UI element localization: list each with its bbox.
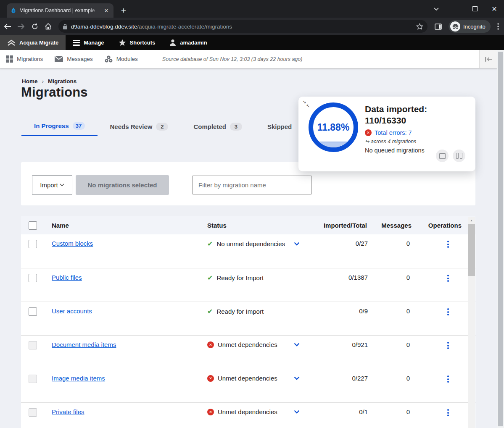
status-expand-chevron-icon[interactable]	[294, 343, 300, 347]
total-errors-link[interactable]: Total errors: 7	[375, 129, 412, 136]
row-operations-menu-icon[interactable]	[446, 408, 450, 417]
toolbar-item-user[interactable]: amadamin	[162, 35, 214, 50]
table-row: Private files✕Unmet dependencies0/10	[21, 402, 475, 428]
row-checkbox	[29, 341, 37, 349]
imported-total-value: 0/1	[305, 408, 368, 415]
imported-total-value: 0/921	[305, 341, 368, 348]
bookmark-star-icon[interactable]	[416, 23, 423, 30]
back-button[interactable]	[2, 19, 13, 34]
tab-count-badge: 3	[230, 123, 242, 131]
tab-count-badge: 2	[156, 123, 168, 131]
queued-migrations-note: No queued migrations	[365, 147, 427, 154]
filter-migrations-input[interactable]	[192, 176, 312, 194]
name-cell: Document media items	[46, 341, 195, 348]
imported-total-value: 0/27	[305, 240, 368, 247]
import-dropdown-button[interactable]: Import	[32, 175, 72, 195]
status-expand-chevron-icon[interactable]	[294, 410, 300, 414]
subbar-item-modules[interactable]: Modules	[99, 55, 144, 63]
status-cell: ✔Ready for Import	[195, 274, 305, 282]
side-panel-icon[interactable]	[433, 19, 444, 34]
home-button[interactable]	[42, 19, 54, 34]
operations-cell	[412, 274, 466, 283]
table-scrollbar-thumb[interactable]	[468, 224, 475, 276]
browser-tab[interactable]: Migrations Dashboard | example ✕	[7, 3, 113, 18]
across-migrations-note: ↪ across 4 migrations	[365, 138, 427, 144]
error-icon: ✕	[365, 129, 372, 136]
messages-count: 0	[368, 341, 412, 348]
subbar-item-label: Modules	[116, 56, 138, 62]
row-checkbox[interactable]	[29, 274, 37, 282]
browser-navbar: d9ama-ddevblog.ddev.site/acquia-migrate-…	[0, 18, 504, 36]
row-operations-menu-icon[interactable]	[446, 341, 450, 350]
row-checkbox[interactable]	[29, 307, 37, 316]
migration-name-link[interactable]: Custom blocks	[52, 240, 93, 247]
status-expand-chevron-icon[interactable]	[294, 376, 300, 380]
tab-completed[interactable]: Completed3	[181, 117, 255, 136]
window-maximize-button[interactable]	[465, 0, 485, 18]
messages-count: 0	[368, 408, 412, 415]
toolbar-item-acquia-migrate[interactable]: Acquia Migrate	[0, 35, 66, 50]
forward-button[interactable]	[15, 19, 27, 34]
reload-button[interactable]	[29, 19, 40, 34]
toolbar-item-label: Shortcuts	[130, 39, 156, 46]
toolbar-collapse-button[interactable]	[479, 50, 497, 68]
subbar-item-migrations[interactable]: Migrations	[0, 55, 49, 63]
migration-name-link[interactable]: User accounts	[52, 307, 92, 315]
page-scrollbar-thumb[interactable]	[498, 52, 503, 426]
tab-in-progress[interactable]: In Progress37	[21, 117, 98, 136]
breadcrumb-home-link[interactable]: Home	[22, 78, 38, 84]
messages-count: 0	[368, 307, 412, 315]
incognito-icon	[450, 21, 460, 32]
window-close-button[interactable]: ✕	[485, 0, 504, 18]
migration-name-link[interactable]: Private files	[52, 408, 84, 415]
status-text: No unmet dependencies	[216, 240, 285, 247]
row-checkbox[interactable]	[29, 240, 37, 248]
row-operations-menu-icon[interactable]	[446, 375, 450, 383]
status-error-icon: ✕	[207, 341, 214, 348]
status-cell: ✔Ready for Import	[195, 307, 305, 315]
source-database-note: Source database of Sun Nov 12, 3:03 (3 d…	[162, 56, 303, 62]
row-operations-menu-icon[interactable]	[446, 240, 450, 249]
subbar-item-messages[interactable]: Messages	[49, 56, 99, 62]
migration-name-link[interactable]: Document media items	[52, 341, 116, 348]
new-tab-button[interactable]: +	[118, 5, 129, 16]
table-header-row: Name Status Imported/Total Messages Oper…	[21, 216, 475, 234]
name-cell: Public files	[46, 274, 195, 281]
tab-close-icon[interactable]: ✕	[103, 7, 110, 14]
toolbar-item-manage[interactable]: Manage	[66, 35, 111, 50]
tab-needs-review[interactable]: Needs Review2	[98, 117, 181, 136]
data-imported-count: 110/16330	[365, 115, 427, 126]
progress-percent: 11.88%	[317, 122, 350, 133]
row-operations-menu-icon[interactable]	[446, 274, 450, 283]
breadcrumb-current: Migrations	[48, 78, 77, 84]
status-expand-chevron-icon[interactable]	[294, 242, 300, 246]
url-text: d9ama-ddevblog.ddev.site/acquia-migrate-…	[71, 24, 416, 30]
migration-name-link[interactable]: Public files	[52, 274, 82, 281]
row-checkbox	[29, 408, 37, 417]
star-icon	[119, 39, 126, 46]
browser-titlebar: Migrations Dashboard | example ✕ + ✕	[0, 0, 504, 18]
tab-skipped[interactable]: Skipped	[255, 117, 304, 136]
status-text: Unmet dependencies	[218, 341, 277, 348]
breadcrumb: Home › Migrations	[22, 78, 77, 84]
select-all-checkbox[interactable]	[29, 221, 37, 230]
page-scrollbar[interactable]	[497, 50, 504, 428]
window-minimize-button[interactable]	[446, 0, 465, 18]
stop-import-button[interactable]	[436, 150, 449, 162]
grid-icon	[6, 55, 13, 63]
scroll-up-arrow-icon[interactable]: ▲	[468, 217, 475, 223]
pause-import-button[interactable]	[453, 150, 465, 162]
migration-name-link[interactable]: Image media items	[52, 375, 105, 382]
tab-search-chevron-icon[interactable]	[427, 0, 446, 18]
imported-total-value: 0/9	[305, 307, 368, 315]
url-bar[interactable]: d9ama-ddevblog.ddev.site/acquia-migrate-…	[58, 20, 427, 33]
toolbar-item-shortcuts[interactable]: Shortcuts	[111, 35, 163, 50]
collapse-card-icon[interactable]: ↘↖	[302, 100, 310, 108]
row-operations-menu-icon[interactable]	[446, 307, 450, 316]
status-text: Unmet dependencies	[218, 375, 277, 382]
browser-menu-icon[interactable]	[492, 19, 504, 34]
hamburger-icon	[73, 39, 80, 47]
name-cell: Private files	[46, 408, 195, 415]
drupal-logo-icon	[10, 7, 17, 14]
table-scrollbar[interactable]: ▲	[468, 217, 475, 428]
